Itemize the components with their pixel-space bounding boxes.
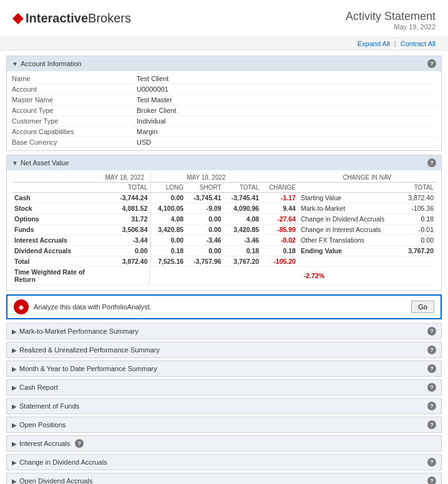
- month-year-to-date-help-icon[interactable]: ?: [427, 364, 436, 373]
- nav-row-name: Funds: [12, 225, 99, 235]
- chevron-down-icon-nav: ▼: [12, 160, 18, 167]
- twrr-value: -2.72%: [290, 267, 327, 285]
- change-nav-value: 0.18: [401, 214, 436, 225]
- mark-to-market-header[interactable]: ▶ Mark-to-Market Performance Summary ?: [7, 324, 441, 339]
- interest-accruals-help-mid[interactable]: ?: [75, 439, 84, 448]
- net-asset-value-header[interactable]: ▼ Net Asset Value ?: [7, 155, 441, 170]
- twrr-label: Time Weighted Rate of Return: [12, 267, 99, 285]
- nav-may19-long: 4.08: [150, 214, 186, 225]
- may19-header: MAY 19, 2022: [150, 173, 261, 183]
- nav-row-name: Total: [12, 256, 99, 267]
- open-dividend-accruals-help-icon[interactable]: ?: [427, 477, 436, 484]
- section-title-label: Interest Accruals: [19, 440, 70, 447]
- nav-may19-total: -3,745.41: [224, 193, 262, 203]
- mark-to-market-help-icon[interactable]: ?: [427, 327, 436, 336]
- chevron-right-icon: ▶: [12, 365, 17, 372]
- info-label: Master Name: [12, 96, 137, 104]
- nav-table-row: Interest Accruals -3.44 0.00 -3.46 -3.46…: [12, 235, 436, 246]
- nav-may19-long: 0.18: [150, 246, 186, 256]
- change-nav-value: 0.00: [401, 235, 436, 246]
- nav-change: 0.18: [261, 246, 298, 256]
- nav-change: -27.64: [261, 214, 298, 225]
- nav-change: 9.44: [261, 203, 298, 214]
- expand-all-link[interactable]: Expand All: [358, 40, 390, 47]
- account-info-help-icon[interactable]: ?: [427, 59, 436, 68]
- statement-of-funds-help-icon[interactable]: ?: [427, 402, 436, 410]
- section-title-label: Month & Year to Date Performance Summary: [19, 365, 157, 372]
- statement-info: Activity Statement May 19, 2022: [346, 10, 436, 31]
- collapsed-sections: ▶ Mark-to-Market Performance Summary ? ▶…: [0, 323, 448, 484]
- chevron-right-icon: ▶: [12, 347, 17, 354]
- info-label: Customer Type: [12, 117, 137, 125]
- nav-may18-total: -3,744.24: [99, 193, 150, 203]
- logo: ◆ InteractiveBrokers: [12, 10, 131, 26]
- chevron-right-icon: ▶: [12, 478, 17, 485]
- account-info-row: Account TypeBroker Client: [12, 105, 436, 116]
- nav-may19-total: 0.18: [224, 246, 262, 256]
- statement-of-funds-header[interactable]: ▶ Statement of Funds ?: [7, 399, 441, 414]
- section-mark-to-market: ▶ Mark-to-Market Performance Summary ?: [6, 323, 442, 339]
- nav-table: MAY 18, 2022 MAY 19, 2022 CHANGE IN NAV …: [12, 173, 436, 267]
- nav-may19-long: 7,525.16: [150, 256, 186, 267]
- change-dividend-accruals-help-icon[interactable]: ?: [427, 458, 436, 467]
- cash-report-help-icon[interactable]: ?: [427, 383, 436, 392]
- section-month-year-to-date: ▶ Month & Year to Date Performance Summa…: [6, 361, 442, 377]
- open-dividend-accruals-header[interactable]: ▶ Open Dividend Accruals ?: [7, 473, 441, 484]
- may18-header: MAY 18, 2022: [99, 173, 150, 183]
- cash-report-header[interactable]: ▶ Cash Report ?: [7, 380, 441, 395]
- chevron-right-icon: ▶: [12, 384, 17, 391]
- change-nav-value: -105.36: [401, 203, 436, 214]
- nav-change: -105.20: [261, 256, 298, 267]
- info-value: Broker Client: [137, 107, 436, 114]
- section-title-label: Change in Dividend Accruals: [19, 458, 107, 466]
- section-cash-report: ▶ Cash Report ?: [6, 379, 442, 395]
- nav-table-row: Funds 3,506.84 3,420.85 0.00 3,420.85 -8…: [12, 225, 436, 235]
- nav-may19-short: -3.46: [186, 235, 224, 246]
- account-info-row: Base CurrencyUSD: [12, 137, 436, 148]
- change-nav-value: -0.01: [401, 225, 436, 235]
- page-header: ◆ InteractiveBrokers Activity Statement …: [0, 0, 448, 37]
- statement-title: Activity Statement: [346, 10, 436, 23]
- realized-unrealized-help-icon[interactable]: ?: [427, 346, 436, 354]
- account-information-title: ▼ Account Information: [12, 60, 82, 67]
- nav-row-name: Cash: [12, 193, 99, 203]
- nav-may19-short: -9.09: [186, 203, 224, 214]
- change-nav-label: Starting Value: [298, 193, 401, 203]
- portfolio-analyst-go-button[interactable]: Go: [411, 301, 434, 313]
- expand-contract-bar: Expand All | Contract All: [0, 37, 448, 51]
- open-positions-help-icon[interactable]: ?: [427, 420, 436, 429]
- nav-table-row: Dividend Accruals 0.00 0.18 0.00 0.18 0.…: [12, 246, 436, 256]
- nav-help-icon[interactable]: ?: [427, 158, 436, 167]
- portfolio-analyst-text: Analyze this data with PortfolioAnalyst.: [34, 303, 406, 311]
- nav-may18-total: 3,872.40: [99, 256, 150, 267]
- portfolio-analyst-icon: ◆: [14, 299, 29, 314]
- nav-table-container: MAY 18, 2022 MAY 19, 2022 CHANGE IN NAV …: [7, 170, 441, 290]
- nav-table-row: Cash -3,744.24 0.00 -3,745.41 -3,745.41 …: [12, 193, 436, 203]
- logo-icon: ◆: [12, 10, 23, 26]
- info-label: Account Capabilities: [12, 128, 137, 135]
- change-nav-header: CHANGE IN NAV: [298, 173, 436, 183]
- info-value: U0000001: [137, 85, 436, 93]
- realized-unrealized-header[interactable]: ▶ Realized & Unrealized Performance Summ…: [7, 342, 441, 357]
- section-statement-of-funds: ▶ Statement of Funds ?: [6, 398, 442, 414]
- open-positions-header[interactable]: ▶ Open Positions ?: [7, 417, 441, 432]
- interest-accruals-header[interactable]: ▶ Interest Accruals?: [7, 436, 441, 451]
- nav-change: -1.17: [261, 193, 298, 203]
- change-dividend-accruals-header[interactable]: ▶ Change in Dividend Accruals ?: [7, 455, 441, 470]
- nav-table-row: Stock 4,081.52 4,100.05 -9.09 4,090.96 9…: [12, 203, 436, 214]
- section-realized-unrealized: ▶ Realized & Unrealized Performance Summ…: [6, 342, 442, 358]
- nav-may18-total: -3.44: [99, 235, 150, 246]
- section-title-label: Realized & Unrealized Performance Summar…: [19, 346, 160, 354]
- nav-may19-long: 0.00: [150, 193, 186, 203]
- change-nav-label: Change in Interest Accruals: [298, 225, 401, 235]
- nav-may19-total: 3,767.20: [224, 256, 262, 267]
- net-asset-value-section: ▼ Net Asset Value ? MAY 18, 2022 MAY 19,…: [6, 155, 442, 291]
- nav-may19-short: 0.00: [186, 246, 224, 256]
- chevron-right-icon: ▶: [12, 422, 17, 428]
- info-value: Test Master: [137, 96, 436, 104]
- section-open-positions: ▶ Open Positions ?: [6, 417, 442, 433]
- month-year-to-date-header[interactable]: ▶ Month & Year to Date Performance Summa…: [7, 361, 441, 376]
- account-information-header[interactable]: ▼ Account Information ?: [7, 56, 441, 71]
- change-nav-label: Mark-to-Market: [298, 203, 401, 214]
- contract-all-link[interactable]: Contract All: [401, 40, 436, 47]
